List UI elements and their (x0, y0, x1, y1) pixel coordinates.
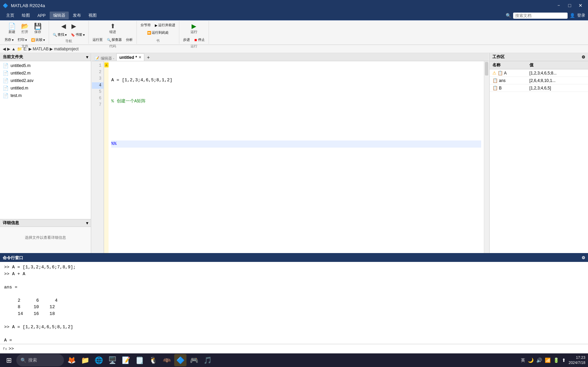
toolbar-step-btn[interactable]: 步进 (181, 36, 192, 43)
taskbar-app-music[interactable]: 🎵 (201, 354, 214, 366)
file-list: 📄 untitled5.m 📄 untitled2.m 📄 untitled2.… (0, 61, 91, 219)
toolbar-find-btn[interactable]: 🔍查找▾ (51, 31, 68, 38)
detail-expand-icon[interactable]: ▾ (86, 221, 88, 226)
editor-scrollbar[interactable] (484, 61, 489, 253)
taskbar-app-bat[interactable]: 🦇 (161, 354, 173, 366)
toolbar-bookmark-btn[interactable]: 🔖书签▾ (69, 31, 86, 38)
file-icon: 📄 (3, 78, 9, 83)
toolbar-run-here-btn[interactable]: ⏩运行到此处 (145, 29, 170, 36)
menu-publish[interactable]: 发布 (69, 12, 84, 19)
taskbar-app-vscode[interactable]: 📝 (120, 354, 132, 366)
cmd-output-area[interactable]: >> A = [1,3,2;4,5,6;7,8,9]; >> A + A ans… (0, 262, 588, 344)
tab-add-button[interactable]: ＋ (145, 54, 152, 61)
tray-volume-icon[interactable]: 🔊 (536, 357, 543, 364)
file-item-untitled2m[interactable]: 📄 untitled2.m (1, 69, 90, 77)
toolbar-indent-btn[interactable]: ⬆ 缩进 (107, 22, 118, 36)
line-num-3: 3 (92, 76, 103, 82)
editor-tab-untitled[interactable]: untitled * ✕ (116, 53, 144, 61)
toolbar-run-btn[interactable]: ▶ 运行 (185, 22, 202, 36)
workspace-row-A[interactable]: ⚠ 📋 A [1,2,3;4,6,5;8... (490, 69, 588, 77)
file-browser-header: 当前文件夹 ▾ (0, 53, 91, 61)
tray-network-icon[interactable]: 📶 (544, 357, 551, 364)
cmd-expand-icon[interactable]: ⚙ (582, 255, 585, 260)
tab-close-button[interactable]: ✕ (138, 55, 141, 59)
taskbar-app-onenote[interactable]: 🗒️ (133, 354, 146, 366)
toolbar-section-btn[interactable]: 分节符 (139, 22, 152, 29)
toolbar-forward-btn[interactable]: ▶ (69, 22, 79, 31)
menu-view[interactable]: 视图 (85, 12, 100, 19)
title-bar: 🔷 MATLAB R2024a － □ ✕ (0, 0, 588, 11)
menu-editor[interactable]: 编辑器 (50, 12, 69, 19)
file-item-untitled2asv[interactable]: 📄 untitled2.asv (1, 77, 90, 84)
search-input[interactable] (513, 13, 568, 19)
toolbar-compare-btn[interactable]: 🔀比较▾ (29, 36, 47, 43)
login-label[interactable]: 登录 (577, 13, 585, 18)
taskbar-app-matlab[interactable]: 🔷 (174, 354, 186, 366)
file-icon: 📄 (3, 93, 9, 98)
toolbar-save-btn[interactable]: 💾 保存 (32, 22, 44, 36)
maximize-button[interactable]: □ (565, 2, 574, 9)
toolbar-code-group: ⬆ 缩进 运行至 🔍探查器 分析 代码 (89, 21, 137, 44)
minimize-button[interactable]: － (554, 2, 564, 9)
start-button[interactable]: ⊞ (3, 354, 15, 366)
taskbar-right: 英 🌙 🔊 📶 🔋 ⬆ 17:23 2024/7/18 (520, 355, 585, 366)
detail-content: 选择文件以查看详细信息 (0, 232, 91, 243)
editor-area: 1 2 3 4 5 6 7 ⚠ A = [1,2,3;4,6,5;8,1,2] … (92, 61, 489, 253)
search-button[interactable]: 🔍搜索 (16, 354, 64, 366)
breadcrumb-nav-back[interactable]: ◀ (3, 47, 6, 51)
editor-tabs: 📝 编辑器 - untitled * ✕ ＋ (92, 53, 489, 61)
toolbar-new-btn[interactable]: 📄 新建 (6, 22, 18, 36)
code-editor[interactable]: A = [1,2,3;4,6,5;8,1,2] % 创建一个A矩阵 %% (109, 61, 484, 253)
breadcrumb-nav-forward[interactable]: ▶ (7, 47, 10, 51)
toolbar-profiler-btn[interactable]: 🔍探查器 (105, 36, 124, 43)
cmd-input-field[interactable] (15, 346, 585, 351)
taskbar-app-terminal[interactable]: 🖥️ (106, 354, 118, 366)
taskbar-app-linux[interactable]: 🐧 (147, 354, 159, 366)
file-item-testm[interactable]: 📄 test.m (1, 92, 90, 99)
toolbar-saveas-btn[interactable]: 另存▾ (3, 36, 15, 43)
file-item-untitled5m[interactable]: 📄 untitled5.m (1, 62, 90, 69)
editor-scroll-thumb[interactable] (485, 62, 488, 76)
var-name-A: ⚠ 📋 A (490, 69, 527, 77)
cmd-blank-2 (4, 290, 584, 297)
code-line-2: % 创建一个A矩阵 (111, 98, 481, 105)
menu-plot[interactable]: 绘图 (18, 12, 33, 19)
file-icon: 📄 (3, 70, 9, 76)
toolbar-analyze-btn[interactable]: 分析 (124, 36, 134, 43)
workspace-row-ans[interactable]: 📋 ans [2,6,4;8,10,1... (490, 77, 588, 84)
cmd-prompt-symbol: >> (9, 346, 14, 351)
panel-collapse-icon[interactable]: ▾ (86, 55, 88, 60)
taskbar-app-game[interactable]: 🎮 (188, 354, 200, 366)
workspace-row-B[interactable]: 📋 B [1,2,3;4,6,5] (490, 84, 588, 92)
taskbar-app-browser[interactable]: 🌐 (93, 354, 105, 366)
toolbar-stop-btn[interactable]: ⏹ 停止 (192, 36, 207, 43)
taskbar-app-firefox[interactable]: 🦊 (65, 354, 78, 366)
toolbar-section-group: 分节符 ▶运行并前进 ⏩运行到此处 书 (137, 21, 179, 44)
tray-up-icon[interactable]: ⬆ (561, 357, 567, 364)
menu-app[interactable]: APP (34, 12, 49, 19)
tray-keyboard-icon[interactable]: 英 (520, 357, 526, 364)
file-item-untitledm[interactable]: 📄 untitled.m (1, 84, 90, 92)
clock[interactable]: 17:23 2024/7/18 (569, 355, 585, 366)
toolbar-file-group: 📄 新建 📂 打开 💾 保存 另存▾ 打印▾ 🔀比较▾ 文件 (1, 21, 49, 44)
tray-moon-icon[interactable]: 🌙 (527, 357, 534, 364)
warning-var-icon: ⚠ (492, 70, 496, 76)
line-num-7: 7 (92, 102, 103, 108)
tray-battery-icon[interactable]: 🔋 (553, 357, 560, 364)
toolbar-run-advance-btn[interactable]: ▶运行并前进 (153, 22, 177, 29)
cmd-matrix-row-1: 2 6 4 (4, 297, 584, 304)
breadcrumb-nav-folder[interactable]: 📁 (17, 47, 22, 51)
toolbar-print-btn[interactable]: 打印▾ (16, 36, 29, 43)
col-header-name: 名称 (490, 61, 527, 69)
breadcrumb-nav-up[interactable]: ▲ (12, 47, 16, 51)
menu-home[interactable]: 主页 (3, 12, 18, 19)
close-button[interactable]: ✕ (576, 2, 585, 9)
toolbar-runto-btn[interactable]: 运行至 (91, 36, 104, 43)
workspace-expand-icon[interactable]: ⚙ (582, 55, 585, 60)
toolbar-open-btn[interactable]: 📂 打开 (19, 22, 31, 36)
code-line-5 (111, 162, 481, 169)
fx-label: fx (3, 347, 7, 351)
line-numbers: 1 2 3 4 5 6 7 (92, 61, 104, 253)
toolbar-back-btn[interactable]: ◀ (59, 22, 68, 31)
taskbar-app-files[interactable]: 📁 (79, 354, 91, 366)
